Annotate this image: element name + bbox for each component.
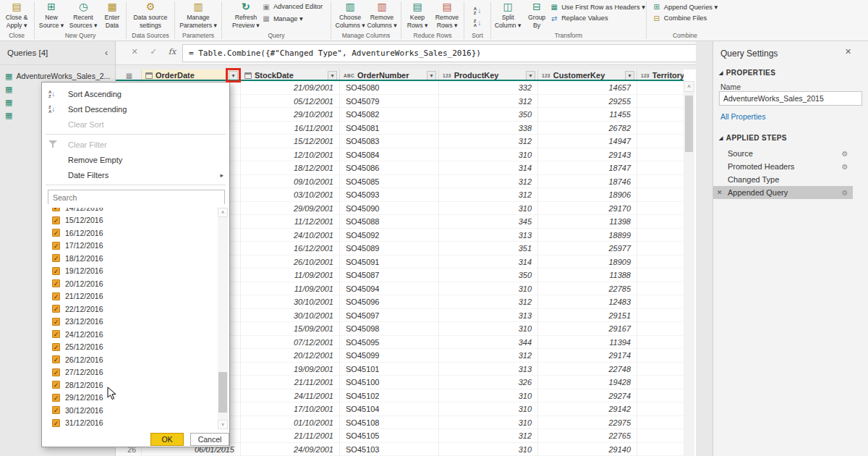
- manage-parameters-button[interactable]: ▥ Manage Parameters ▾: [177, 0, 219, 29]
- combine-files-button[interactable]: ⊟ Combine Files: [652, 13, 707, 23]
- applied-step-source[interactable]: Source ⚙: [713, 147, 853, 160]
- filter-date-option[interactable]: ✓ 14/12/2016: [48, 208, 228, 214]
- recent-sources-button[interactable]: ◷ Recent Sources ▾: [67, 0, 99, 29]
- manage-button[interactable]: ▦ Manage ▾: [262, 13, 303, 23]
- remove-columns-button[interactable]: ▥ Remove Columns ▾: [366, 0, 398, 29]
- filter-search-box[interactable]: [48, 190, 225, 204]
- applied-step-promoted-headers[interactable]: Promoted Headers ⚙: [713, 160, 853, 173]
- scroll-up-button[interactable]: ˄: [218, 208, 228, 217]
- all-properties-link[interactable]: All Properties: [720, 112, 765, 121]
- checkbox-checked-icon[interactable]: ✓: [52, 419, 60, 427]
- remove-rows-button[interactable]: ▤ Remove Rows ▾: [432, 0, 462, 29]
- use-first-row-as-headers-button[interactable]: ▦ Use First Row as Headers ▾: [550, 1, 645, 12]
- scrollbar-thumb[interactable]: [685, 96, 693, 152]
- cancel-button[interactable]: Cancel: [190, 433, 229, 446]
- choose-columns-button[interactable]: ▥ Choose Columns ▾: [334, 0, 366, 29]
- filter-date-option[interactable]: ✓ 24/12/2016: [48, 328, 228, 341]
- checkbox-checked-icon[interactable]: ✓: [52, 406, 60, 414]
- checkbox-checked-icon[interactable]: ✓: [52, 242, 60, 250]
- gear-icon[interactable]: ⚙: [837, 189, 853, 197]
- ordernumber-filter-button[interactable]: ▾: [427, 71, 436, 80]
- filter-date-option[interactable]: ✓ 27/12/2016: [48, 366, 228, 379]
- checkbox-checked-icon[interactable]: ✓: [52, 355, 60, 363]
- keep-rows-button[interactable]: ▤ Keep Rows ▾: [403, 0, 432, 29]
- query-list-item-1[interactable]: ▦ AdventureWorks_Sales_2...: [0, 69, 116, 83]
- filter-search-input[interactable]: [48, 191, 224, 204]
- delete-step-icon[interactable]: ✕: [717, 189, 723, 196]
- new-source-button[interactable]: ⊞ New Source ▾: [35, 0, 67, 29]
- checkbox-checked-icon[interactable]: ✓: [52, 216, 60, 224]
- checkbox-checked-icon[interactable]: ✓: [52, 292, 60, 300]
- checkbox-checked-icon[interactable]: ✓: [52, 279, 60, 287]
- close-panel-icon[interactable]: ✕: [845, 47, 851, 56]
- menu-item-sort-descending[interactable]: ZA ↓ Sort Descending: [42, 101, 229, 117]
- checkbox-checked-icon[interactable]: ✓: [52, 368, 60, 376]
- table-vertical-scrollbar[interactable]: ˄: [684, 81, 694, 456]
- filter-date-option[interactable]: ✓ 31/12/2016: [48, 417, 228, 430]
- filter-date-option[interactable]: ✓ 26/12/2016: [48, 353, 228, 366]
- applied-steps-section-header[interactable]: ◢ APPLIED STEPS: [719, 134, 787, 142]
- advanced-editor-button[interactable]: ▣ Advanced Editor: [262, 1, 323, 12]
- filter-date-option[interactable]: ✓ 22/12/2016: [48, 303, 228, 316]
- replace-values-button[interactable]: ⇄ Replace Values: [550, 13, 608, 23]
- select-all-corner[interactable]: ▦: [116, 69, 142, 81]
- formula-cancel-icon[interactable]: ✕: [129, 47, 140, 56]
- stockdate-filter-button[interactable]: ▾: [328, 71, 337, 80]
- column-header-ordernumber[interactable]: ABC OrderNumber ▾: [340, 69, 439, 81]
- checkbox-checked-icon[interactable]: ✓: [52, 208, 60, 211]
- sort-ascending-button[interactable]: AZ ↓: [474, 6, 481, 16]
- collapse-queries-pane-icon[interactable]: ‹: [105, 48, 108, 58]
- checkbox-checked-icon[interactable]: ✓: [52, 394, 60, 402]
- column-header-stockdate[interactable]: StockDate ▾: [241, 69, 340, 81]
- checkbox-checked-icon[interactable]: ✓: [52, 330, 60, 338]
- filter-date-option[interactable]: ✓ 19/12/2016: [48, 265, 228, 278]
- filter-date-option[interactable]: ✓ 25/12/2016: [48, 341, 228, 354]
- data-source-settings-button[interactable]: ⚙ Data source settings: [129, 0, 172, 29]
- filter-list-scrollbar[interactable]: ˄ ˅: [218, 208, 228, 429]
- column-header-territorykey[interactable]: 123 TerritoryKe: [637, 69, 684, 81]
- close-apply-button[interactable]: ▤ Close & Apply ▾: [1, 0, 33, 29]
- customerkey-cell: 18746: [538, 175, 637, 189]
- menu-item-sort-ascending[interactable]: AZ ↓ Sort Ascending: [42, 86, 229, 101]
- group-by-button[interactable]: ⊟ Group By: [524, 0, 550, 29]
- scroll-up-button[interactable]: ˄: [684, 81, 694, 92]
- filter-date-option[interactable]: ✓ 15/12/2016: [48, 214, 228, 227]
- filter-date-option[interactable]: ✓ 17/12/2016: [48, 240, 228, 253]
- filter-date-option[interactable]: ✓ 28/12/2016: [48, 379, 228, 392]
- properties-section-header[interactable]: ◢ PROPERTIES: [719, 69, 775, 77]
- query-name-input[interactable]: [719, 91, 862, 106]
- filter-date-option[interactable]: ✓ 29/12/2016: [48, 392, 228, 405]
- checkbox-checked-icon[interactable]: ✓: [52, 254, 60, 262]
- append-queries-button[interactable]: ⊞ Append Queries ▾: [652, 1, 718, 12]
- checkbox-checked-icon[interactable]: ✓: [52, 318, 60, 326]
- gear-icon[interactable]: ⚙: [837, 150, 853, 158]
- applied-step-changed-type[interactable]: Changed Type: [713, 173, 853, 186]
- column-header-customerkey[interactable]: 123 CustomerKey ▾: [538, 69, 637, 81]
- filter-date-option[interactable]: ✓ 21/12/2016: [48, 290, 228, 303]
- menu-item-remove-empty[interactable]: Remove Empty: [42, 152, 229, 167]
- filter-date-option[interactable]: ✓ 18/12/2016: [48, 252, 228, 265]
- checkbox-checked-icon[interactable]: ✓: [52, 381, 60, 389]
- customerkey-filter-button[interactable]: ▾: [625, 71, 634, 80]
- checkbox-checked-icon[interactable]: ✓: [52, 229, 60, 237]
- formula-commit-icon[interactable]: ✓: [148, 47, 159, 56]
- enter-data-button[interactable]: ▦ Enter Data: [99, 0, 125, 29]
- gear-icon[interactable]: ⚙: [837, 163, 853, 171]
- filter-date-option[interactable]: ✓ 23/12/2016: [48, 316, 228, 329]
- checkbox-checked-icon[interactable]: ✓: [52, 267, 60, 275]
- sort-descending-button[interactable]: ZA ↓: [474, 18, 481, 28]
- filter-date-option[interactable]: ✓ 20/12/2016: [48, 277, 228, 290]
- split-column-button[interactable]: ◫ Split Column ▾: [492, 0, 524, 29]
- menu-item-date-filters[interactable]: Date Filters ▸: [42, 167, 229, 182]
- column-header-productkey[interactable]: 123 ProductKey ▾: [439, 69, 538, 81]
- checkbox-checked-icon[interactable]: ✓: [52, 305, 60, 313]
- scroll-down-button[interactable]: ˅: [218, 420, 228, 429]
- refresh-preview-button[interactable]: ↻ Refresh Preview ▾: [230, 0, 262, 29]
- ok-button[interactable]: OK: [150, 433, 184, 446]
- filter-date-option[interactable]: ✓ 16/12/2016: [48, 227, 228, 240]
- filter-date-option[interactable]: ✓ 30/12/2016: [48, 404, 228, 417]
- scrollbar-thumb[interactable]: [218, 372, 227, 413]
- checkbox-checked-icon[interactable]: ✓: [52, 343, 60, 351]
- applied-step-appended-query[interactable]: ✕ Appended Query ⚙: [713, 186, 853, 199]
- productkey-filter-button[interactable]: ▾: [526, 71, 535, 80]
